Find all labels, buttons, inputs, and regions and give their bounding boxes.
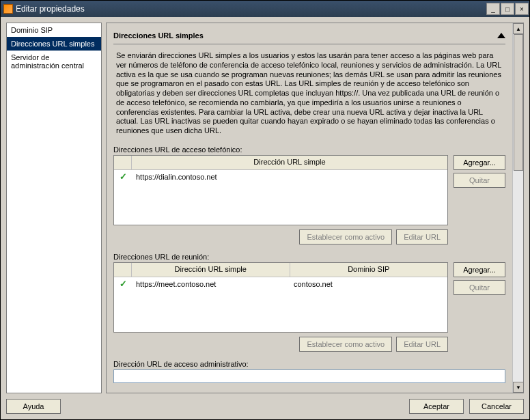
dialin-header-active [114, 156, 132, 169]
cancel-button[interactable]: Cancelar [469, 399, 524, 414]
dialin-set-active-button[interactable]: Establecer como activo [299, 229, 392, 244]
sidebar-item-central-admin[interactable]: Servidor de administración central [7, 51, 101, 72]
table-row[interactable]: ✓ https://dialin.contoso.net [114, 170, 447, 184]
scroll-thumb[interactable] [514, 34, 523, 171]
dialin-url-cell: https://dialin.contoso.net [132, 171, 447, 182]
window-controls: _ □ × [486, 3, 529, 15]
dialin-grid-body: ✓ https://dialin.contoso.net [114, 170, 447, 225]
checkmark-icon: ✓ [120, 279, 127, 289]
meet-set-active-button[interactable]: Establecer como activo [299, 337, 392, 352]
section-title: Direcciones URL simples [113, 31, 497, 40]
window: Editar propiedades _ □ × Dominio SIP Dir… [0, 0, 530, 420]
scroll-down-icon[interactable]: ▼ [513, 382, 524, 393]
meet-side-buttons: Agregar... Quitar [454, 262, 505, 295]
close-button[interactable]: × [515, 3, 529, 15]
meet-header-domain: Dominio SIP [290, 263, 448, 277]
dialin-edit-button[interactable]: Editar URL [396, 229, 448, 244]
help-button[interactable]: Ayuda [6, 399, 61, 414]
footer: Ayuda Aceptar Cancelar [1, 393, 529, 419]
sidebar-item-simple-urls[interactable]: Direcciones URL simples [7, 37, 101, 51]
app-icon [3, 4, 13, 14]
meet-grid-header: Dirección URL simple Dominio SIP [114, 263, 447, 277]
main-content: Direcciones URL simples Se enviarán dire… [107, 23, 512, 393]
table-row[interactable]: ✓ https://meet.contoso.net contoso.net [114, 277, 447, 291]
dialin-bottom-buttons: Establecer como activo Editar URL [113, 229, 505, 244]
admin-url-input[interactable] [113, 369, 505, 383]
meet-header-url: Dirección URL simple [132, 263, 290, 277]
maximize-button[interactable]: □ [501, 3, 514, 15]
meet-edit-button[interactable]: Editar URL [396, 337, 448, 352]
dialin-header-url: Dirección URL simple [132, 156, 447, 169]
meet-bottom-buttons: Establecer como activo Editar URL [113, 337, 505, 352]
collapse-up-icon [497, 33, 505, 38]
admin-label: Dirección URL de acceso administrativo: [113, 360, 505, 368]
dialin-grid[interactable]: Dirección URL simple ✓ https://dialin.co… [113, 155, 448, 225]
meet-remove-button[interactable]: Quitar [454, 280, 505, 295]
dialin-row: Dirección URL simple ✓ https://dialin.co… [113, 155, 505, 225]
dialin-grid-header: Dirección URL simple [114, 156, 447, 170]
section-header[interactable]: Direcciones URL simples [113, 29, 505, 44]
dialin-add-button[interactable]: Agregar... [454, 155, 505, 170]
dialin-side-buttons: Agregar... Quitar [454, 155, 505, 188]
sidebar: Dominio SIP Direcciones URL simples Serv… [6, 23, 102, 393]
dialin-label: Direcciones URL de acceso telefónico: [113, 145, 505, 154]
window-title: Editar propiedades [16, 4, 486, 14]
body: Dominio SIP Direcciones URL simples Serv… [1, 17, 529, 393]
meet-grid-body: ✓ https://meet.contoso.net contoso.net [114, 277, 447, 332]
checkmark-icon: ✓ [120, 171, 127, 182]
minimize-button[interactable]: _ [486, 3, 500, 15]
ok-button[interactable]: Aceptar [409, 399, 464, 414]
meet-header-active [114, 263, 132, 277]
scroll-up-icon[interactable]: ▲ [513, 23, 524, 34]
meet-domain-cell: contoso.net [290, 279, 447, 290]
meet-grid[interactable]: Dirección URL simple Dominio SIP ✓ https… [113, 262, 448, 333]
footer-spacer [66, 399, 404, 414]
section-description: Se enviarán direcciones URL simples a lo… [113, 50, 505, 141]
meet-row: Dirección URL simple Dominio SIP ✓ https… [113, 262, 505, 333]
sidebar-item-sip-domain[interactable]: Dominio SIP [7, 23, 101, 37]
titlebar: Editar propiedades _ □ × [1, 1, 529, 17]
meet-url-cell: https://meet.contoso.net [132, 279, 290, 290]
meet-add-button[interactable]: Agregar... [454, 262, 505, 277]
main-panel: Direcciones URL simples Se enviarán dire… [106, 23, 524, 393]
active-check: ✓ [114, 171, 132, 182]
dialin-remove-button[interactable]: Quitar [454, 173, 505, 188]
meet-label: Direcciones URL de reunión: [113, 253, 505, 261]
active-check: ✓ [114, 279, 132, 289]
vertical-scrollbar[interactable]: ▲ ▼ [512, 23, 523, 393]
